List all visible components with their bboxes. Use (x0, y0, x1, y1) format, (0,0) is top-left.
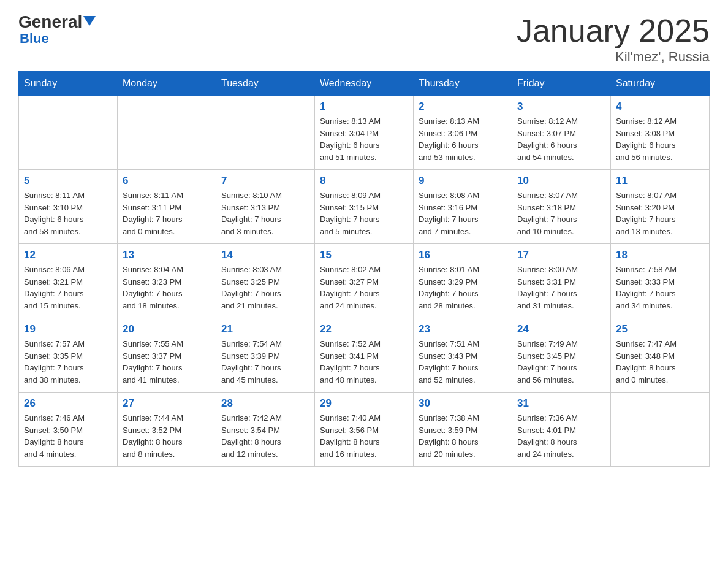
day-info: Sunrise: 8:13 AM Sunset: 3:06 PM Dayligh… (419, 115, 507, 163)
table-row: 26Sunrise: 7:46 AM Sunset: 3:50 PM Dayli… (19, 393, 118, 467)
day-info: Sunrise: 7:40 AM Sunset: 3:56 PM Dayligh… (320, 412, 408, 460)
day-info: Sunrise: 8:08 AM Sunset: 3:16 PM Dayligh… (419, 190, 507, 237)
day-number: 3 (517, 101, 605, 113)
day-info: Sunrise: 7:44 AM Sunset: 3:52 PM Dayligh… (123, 412, 211, 460)
table-row: 10Sunrise: 8:07 AM Sunset: 3:18 PM Dayli… (512, 170, 611, 244)
day-info: Sunrise: 8:00 AM Sunset: 3:31 PM Dayligh… (517, 264, 605, 312)
day-info: Sunrise: 8:11 AM Sunset: 3:10 PM Dayligh… (24, 190, 112, 237)
day-info: Sunrise: 7:54 AM Sunset: 3:39 PM Dayligh… (221, 338, 309, 386)
day-number: 29 (320, 397, 408, 410)
day-info: Sunrise: 7:47 AM Sunset: 3:48 PM Dayligh… (616, 338, 704, 386)
day-info: Sunrise: 8:11 AM Sunset: 3:11 PM Dayligh… (123, 190, 211, 237)
table-row: 11Sunrise: 8:07 AM Sunset: 3:20 PM Dayli… (611, 170, 710, 244)
table-row: 9Sunrise: 8:08 AM Sunset: 3:16 PM Daylig… (414, 170, 512, 244)
logo-arrow-icon (83, 16, 96, 26)
day-info: Sunrise: 8:07 AM Sunset: 3:20 PM Dayligh… (616, 190, 704, 237)
day-info: Sunrise: 7:55 AM Sunset: 3:37 PM Dayligh… (123, 338, 211, 386)
day-number: 24 (517, 323, 605, 335)
table-row: 19Sunrise: 7:57 AM Sunset: 3:35 PM Dayli… (19, 318, 118, 393)
col-wednesday: Wednesday (315, 72, 414, 96)
col-tuesday: Tuesday (216, 72, 315, 96)
day-info: Sunrise: 8:09 AM Sunset: 3:15 PM Dayligh… (320, 190, 408, 237)
table-row: 16Sunrise: 8:01 AM Sunset: 3:29 PM Dayli… (414, 244, 512, 318)
day-number: 31 (517, 397, 605, 410)
day-info: Sunrise: 7:51 AM Sunset: 3:43 PM Dayligh… (419, 338, 507, 386)
day-number: 25 (616, 323, 704, 335)
table-row: 4Sunrise: 8:12 AM Sunset: 3:08 PM Daylig… (611, 96, 710, 170)
day-number: 12 (24, 249, 112, 261)
month-title: January 2025 (517, 12, 710, 49)
table-row: 21Sunrise: 7:54 AM Sunset: 3:39 PM Dayli… (216, 318, 315, 393)
day-number: 4 (616, 101, 704, 113)
table-row: 28Sunrise: 7:42 AM Sunset: 3:54 PM Dayli… (216, 393, 315, 467)
table-row: 14Sunrise: 8:03 AM Sunset: 3:25 PM Dayli… (216, 244, 315, 318)
day-number: 16 (419, 249, 507, 261)
table-row: 23Sunrise: 7:51 AM Sunset: 3:43 PM Dayli… (414, 318, 512, 393)
table-row: 3Sunrise: 8:12 AM Sunset: 3:07 PM Daylig… (512, 96, 611, 170)
col-friday: Friday (512, 72, 611, 96)
col-monday: Monday (118, 72, 216, 96)
table-row: 27Sunrise: 7:44 AM Sunset: 3:52 PM Dayli… (118, 393, 216, 467)
table-row (611, 393, 710, 467)
table-row: 12Sunrise: 8:06 AM Sunset: 3:21 PM Dayli… (19, 244, 118, 318)
day-info: Sunrise: 8:06 AM Sunset: 3:21 PM Dayligh… (24, 264, 112, 312)
table-row: 8Sunrise: 8:09 AM Sunset: 3:15 PM Daylig… (315, 170, 414, 244)
day-number: 7 (221, 175, 309, 187)
table-row: 24Sunrise: 7:49 AM Sunset: 3:45 PM Dayli… (512, 318, 611, 393)
col-thursday: Thursday (414, 72, 512, 96)
day-info: Sunrise: 8:10 AM Sunset: 3:13 PM Dayligh… (221, 190, 309, 237)
day-number: 2 (419, 101, 507, 113)
day-number: 14 (221, 249, 309, 261)
logo: General Blue (18, 12, 96, 47)
day-number: 6 (123, 175, 211, 187)
day-number: 28 (221, 397, 309, 410)
day-number: 19 (24, 323, 112, 335)
location-text: Kil'mez', Russia (517, 49, 710, 65)
day-info: Sunrise: 7:52 AM Sunset: 3:41 PM Dayligh… (320, 338, 408, 386)
day-info: Sunrise: 8:02 AM Sunset: 3:27 PM Dayligh… (320, 264, 408, 312)
table-row: 29Sunrise: 7:40 AM Sunset: 3:56 PM Dayli… (315, 393, 414, 467)
day-info: Sunrise: 8:13 AM Sunset: 3:04 PM Dayligh… (320, 115, 408, 163)
day-number: 10 (517, 175, 605, 187)
table-row: 13Sunrise: 8:04 AM Sunset: 3:23 PM Dayli… (118, 244, 216, 318)
day-info: Sunrise: 7:57 AM Sunset: 3:35 PM Dayligh… (24, 338, 112, 386)
logo-blue-text: Blue (20, 31, 49, 47)
day-info: Sunrise: 8:12 AM Sunset: 3:07 PM Dayligh… (517, 115, 605, 163)
day-info: Sunrise: 8:12 AM Sunset: 3:08 PM Dayligh… (616, 115, 704, 163)
day-info: Sunrise: 8:07 AM Sunset: 3:18 PM Dayligh… (517, 190, 605, 237)
table-row: 25Sunrise: 7:47 AM Sunset: 3:48 PM Dayli… (611, 318, 710, 393)
title-block: January 2025 Kil'mez', Russia (517, 12, 710, 65)
day-info: Sunrise: 8:03 AM Sunset: 3:25 PM Dayligh… (221, 264, 309, 312)
day-number: 5 (24, 175, 112, 187)
day-number: 26 (24, 397, 112, 410)
day-number: 18 (616, 249, 704, 261)
calendar-week-row: 19Sunrise: 7:57 AM Sunset: 3:35 PM Dayli… (19, 318, 710, 393)
table-row: 30Sunrise: 7:38 AM Sunset: 3:59 PM Dayli… (414, 393, 512, 467)
day-info: Sunrise: 7:38 AM Sunset: 3:59 PM Dayligh… (419, 412, 507, 460)
calendar-header-row: Sunday Monday Tuesday Wednesday Thursday… (19, 72, 710, 96)
table-row: 7Sunrise: 8:10 AM Sunset: 3:13 PM Daylig… (216, 170, 315, 244)
table-row: 5Sunrise: 8:11 AM Sunset: 3:10 PM Daylig… (19, 170, 118, 244)
calendar-week-row: 1Sunrise: 8:13 AM Sunset: 3:04 PM Daylig… (19, 96, 710, 170)
day-info: Sunrise: 8:01 AM Sunset: 3:29 PM Dayligh… (419, 264, 507, 312)
day-number: 9 (419, 175, 507, 187)
table-row (216, 96, 315, 170)
table-row: 18Sunrise: 7:58 AM Sunset: 3:33 PM Dayli… (611, 244, 710, 318)
table-row: 1Sunrise: 8:13 AM Sunset: 3:04 PM Daylig… (315, 96, 414, 170)
calendar-table: Sunday Monday Tuesday Wednesday Thursday… (18, 71, 710, 467)
day-number: 8 (320, 175, 408, 187)
day-number: 21 (221, 323, 309, 335)
day-info: Sunrise: 7:42 AM Sunset: 3:54 PM Dayligh… (221, 412, 309, 460)
day-number: 27 (123, 397, 211, 410)
table-row: 17Sunrise: 8:00 AM Sunset: 3:31 PM Dayli… (512, 244, 611, 318)
day-info: Sunrise: 7:36 AM Sunset: 4:01 PM Dayligh… (517, 412, 605, 460)
day-number: 22 (320, 323, 408, 335)
col-saturday: Saturday (611, 72, 710, 96)
day-number: 30 (419, 397, 507, 410)
logo-general-text: General (18, 12, 82, 32)
day-number: 23 (419, 323, 507, 335)
day-number: 11 (616, 175, 704, 187)
day-number: 17 (517, 249, 605, 261)
day-number: 13 (123, 249, 211, 261)
day-info: Sunrise: 7:46 AM Sunset: 3:50 PM Dayligh… (24, 412, 112, 460)
